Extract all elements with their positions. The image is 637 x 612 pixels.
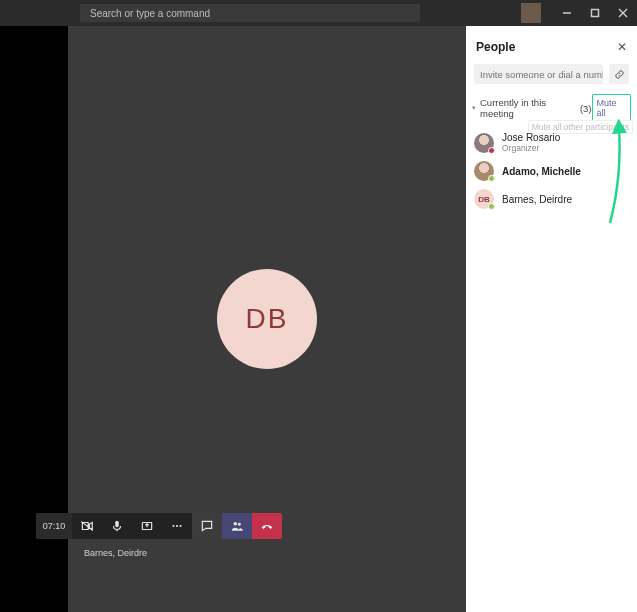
presence-dot xyxy=(488,147,495,154)
participant-list: Jose RosarioOrganizerAdamo, MichelleDBBa… xyxy=(466,126,637,215)
participant-name: Jose Rosario xyxy=(502,132,560,143)
svg-point-9 xyxy=(234,522,238,526)
participant-row[interactable]: Jose RosarioOrganizer xyxy=(466,128,637,157)
svg-point-10 xyxy=(238,523,241,526)
camera-button[interactable] xyxy=(72,513,102,539)
mic-button[interactable] xyxy=(102,513,132,539)
section-count: (3) xyxy=(580,103,592,114)
mute-all-button[interactable]: Mute all xyxy=(592,94,632,122)
minimize-button[interactable] xyxy=(553,0,581,26)
invite-input[interactable] xyxy=(474,64,603,84)
svg-point-6 xyxy=(172,525,174,527)
search-input[interactable]: Search or type a command xyxy=(80,4,420,22)
participant-caption: Barnes, Deirdre xyxy=(84,548,147,558)
presence-dot xyxy=(488,203,495,210)
hangup-button[interactable] xyxy=(252,513,282,539)
copy-link-button[interactable] xyxy=(609,64,629,84)
participant-name: Adamo, Michelle xyxy=(502,166,581,177)
maximize-button[interactable] xyxy=(581,0,609,26)
svg-rect-4 xyxy=(115,521,119,527)
more-button[interactable] xyxy=(162,513,192,539)
search-placeholder: Search or type a command xyxy=(90,8,210,19)
participant-avatar-large: DB xyxy=(217,269,317,369)
share-button[interactable] xyxy=(132,513,162,539)
svg-point-8 xyxy=(179,525,181,527)
svg-rect-1 xyxy=(592,10,599,17)
participant-avatar xyxy=(474,133,494,153)
user-avatar-square[interactable] xyxy=(521,3,541,23)
avatar-initials: DB xyxy=(246,303,289,335)
title-bar: Search or type a command xyxy=(0,0,637,26)
close-panel-button[interactable]: ✕ xyxy=(617,40,627,54)
meeting-stage: DB 07:10 Barnes, Deirdre xyxy=(68,26,466,612)
invite-input-field[interactable] xyxy=(480,69,603,80)
call-timer: 07:10 xyxy=(36,513,72,539)
call-toolbar: 07:10 xyxy=(36,513,282,539)
presence-dot xyxy=(488,175,495,182)
svg-point-7 xyxy=(176,525,178,527)
participant-row[interactable]: Adamo, Michelle xyxy=(466,157,637,185)
participant-name: Barnes, Deirdre xyxy=(502,194,572,205)
participant-role: Organizer xyxy=(502,143,560,153)
people-button[interactable] xyxy=(222,513,252,539)
participant-avatar xyxy=(474,161,494,181)
people-panel-title: People xyxy=(476,40,515,54)
collapse-icon: ▾ xyxy=(472,104,476,112)
window-controls xyxy=(521,0,637,26)
section-label: Currently in this meeting xyxy=(480,97,576,119)
close-window-button[interactable] xyxy=(609,0,637,26)
participant-row[interactable]: DBBarnes, Deirdre xyxy=(466,185,637,213)
chat-button[interactable] xyxy=(192,513,222,539)
participant-avatar: DB xyxy=(474,189,494,209)
people-panel: People ✕ ▾ Currently in this meeting (3)… xyxy=(466,26,637,612)
